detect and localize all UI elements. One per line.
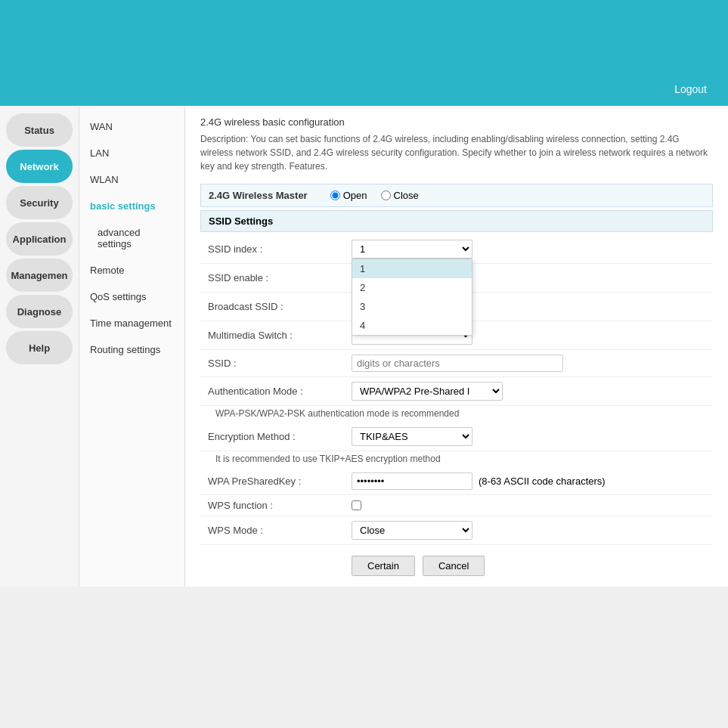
sub-sidebar: WAN LAN WLAN basic settings advanced set…: [79, 106, 185, 587]
cancel-button[interactable]: Cancel: [423, 556, 485, 576]
wireless-master-label: 2.4G Wireless Master: [209, 190, 308, 201]
open-label: Open: [343, 190, 367, 201]
wps-function-control: [352, 500, 713, 510]
main-layout: Status Network Security Application Mana…: [0, 106, 728, 587]
sub-item-basic-settings[interactable]: basic settings: [79, 193, 184, 219]
wpa-key-label: WPA PreSharedKey :: [200, 476, 352, 487]
wpa-key-hint: (8-63 ASCII code characters): [479, 476, 606, 487]
auth-hint-row: WPA-PSK/WPA2-PSK authentication mode is …: [200, 406, 713, 421]
auth-hint: WPA-PSK/WPA2-PSK authentication mode is …: [208, 406, 713, 421]
ssid-row: SSID :: [200, 350, 713, 377]
wps-function-checkbox[interactable]: [352, 500, 361, 510]
sub-item-remote[interactable]: Remote: [79, 257, 184, 283]
encryption-label: Encryption Method :: [200, 431, 352, 442]
auth-mode-label: Authentication Mode :: [200, 386, 352, 397]
page-title: 2.4G wireless basic configuration: [200, 116, 713, 128]
encrypt-hint-row: It is recommended to use TKIP+AES encryp…: [200, 451, 713, 466]
ssid-settings-header: SSID Settings: [200, 210, 713, 232]
auth-mode-control: WPA/WPA2 Pre-Shared I: [352, 382, 713, 401]
sidebar-item-management[interactable]: Managemen: [6, 259, 73, 292]
sub-item-wlan[interactable]: WLAN: [79, 166, 184, 193]
wpa-key-row: WPA PreSharedKey : (8-63 ASCII code char…: [200, 468, 713, 495]
wps-mode-control: Close: [352, 521, 713, 540]
wireless-master-radio-group: Open Close: [330, 190, 419, 201]
sidebar-item-security[interactable]: Security: [6, 186, 73, 219]
ssid-index-dropdown-open: 1 2 3 4: [352, 259, 472, 336]
button-row: Certain Cancel: [200, 556, 713, 576]
sidebar: Status Network Security Application Mana…: [0, 106, 79, 587]
auth-mode-row: Authentication Mode : WPA/WPA2 Pre-Share…: [200, 377, 713, 406]
ssid-index-dropdown-container: 1 2 3 4 1 2 3 4: [352, 240, 472, 259]
sub-item-routing[interactable]: Routing settings: [79, 336, 184, 363]
content-area: 2.4G wireless basic configuration Descri…: [185, 106, 728, 587]
sub-item-lan[interactable]: LAN: [79, 140, 184, 166]
encrypt-hint: It is recommended to use TKIP+AES encryp…: [208, 451, 713, 466]
wireless-master-row: 2.4G Wireless Master Open Close: [200, 184, 713, 207]
ssid-index-label: SSID index :: [200, 243, 352, 255]
ssid-option-3[interactable]: 3: [352, 297, 472, 316]
sidebar-item-network[interactable]: Network: [6, 150, 73, 183]
encryption-control: TKIP&AES: [352, 427, 713, 446]
ssid-option-4[interactable]: 4: [352, 316, 472, 335]
sidebar-item-diagnose[interactable]: Diagnose: [6, 295, 73, 328]
ssid-option-2[interactable]: 2: [352, 278, 472, 297]
broadcast-ssid-label: Broadcast SSID :: [200, 301, 352, 312]
sub-item-wan[interactable]: WAN: [79, 113, 184, 140]
wps-mode-label: WPS Mode :: [200, 525, 352, 536]
sidebar-item-help[interactable]: Help: [6, 331, 73, 364]
certain-button[interactable]: Certain: [352, 556, 415, 576]
ssid-input[interactable]: [352, 355, 563, 372]
open-radio-label[interactable]: Open: [330, 190, 367, 201]
ssid-index-row: SSID index : 1 2 3 4 1 2 3 4: [200, 235, 713, 264]
close-radio[interactable]: [381, 191, 391, 200]
wpa-key-control: (8-63 ASCII code characters): [352, 472, 713, 490]
multimedia-switch-label: Multimedia Switch :: [200, 330, 352, 341]
sidebar-item-status[interactable]: Status: [6, 113, 73, 147]
wps-mode-row: WPS Mode : Close: [200, 516, 713, 545]
close-label: Close: [394, 190, 419, 201]
encryption-select[interactable]: TKIP&AES: [352, 427, 472, 446]
ssid-index-select[interactable]: 1 2 3 4: [352, 240, 472, 259]
encryption-row: Encryption Method : TKIP&AES: [200, 423, 713, 451]
sidebar-item-application[interactable]: Application: [6, 222, 73, 256]
logout-button[interactable]: Logout: [668, 80, 713, 98]
ssid-label: SSID :: [200, 358, 352, 369]
close-radio-label[interactable]: Close: [381, 190, 419, 201]
ssid-option-1[interactable]: 1: [352, 259, 472, 278]
wps-function-row: WPS function :: [200, 495, 713, 516]
sub-item-advanced-settings[interactable]: advanced settings: [79, 219, 184, 257]
open-radio[interactable]: [330, 191, 340, 200]
ssid-control: [352, 355, 713, 372]
wpa-key-input[interactable]: [352, 472, 472, 490]
wps-function-label: WPS function :: [200, 500, 352, 511]
ssid-enable-label: SSID enable :: [200, 272, 352, 283]
sub-item-qos[interactable]: QoS settings: [79, 283, 184, 310]
header: Logout: [0, 0, 728, 106]
page-desc: Description: You can set basic functions…: [200, 132, 713, 173]
wps-mode-select[interactable]: Close: [352, 521, 472, 540]
ssid-index-control: 1 2 3 4 1 2 3 4: [352, 240, 713, 259]
auth-mode-select[interactable]: WPA/WPA2 Pre-Shared I: [352, 382, 503, 401]
sub-item-time[interactable]: Time management: [79, 310, 184, 336]
